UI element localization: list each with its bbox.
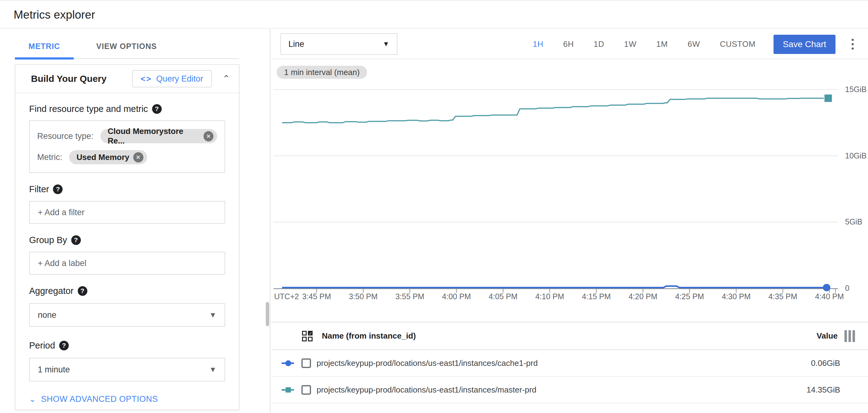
x-axis-label: 4:40 PM bbox=[815, 292, 844, 301]
x-axis-label: 4:35 PM bbox=[768, 292, 797, 301]
x-axis-label: 3:50 PM bbox=[349, 292, 378, 301]
timezone-label: UTC+2 bbox=[274, 292, 299, 301]
x-axis-label: 4:10 PM bbox=[535, 292, 564, 301]
chart-type-select[interactable]: Line ▼ bbox=[280, 33, 398, 55]
query-editor-button[interactable]: <> Query Editor bbox=[132, 70, 212, 87]
panel-scrollbar-thumb[interactable] bbox=[266, 302, 269, 326]
page-title: Metrics explorer bbox=[13, 8, 95, 21]
series-name: projects/keypup-prod/locations/us-east1/… bbox=[317, 358, 811, 368]
interval-badge: 1 min interval (mean) bbox=[277, 66, 367, 79]
chevron-down-icon: ▼ bbox=[209, 365, 217, 374]
metrics-explorer-page: Metrics explorer METRIC VIEW OPTIONS Bui… bbox=[0, 0, 868, 413]
chart-region: 1 min interval (mean) 15GiB 10GiB 5GiB 0… bbox=[271, 60, 868, 322]
series-value: 0.06GiB bbox=[811, 358, 840, 368]
card-title: Build Your Query bbox=[31, 73, 132, 84]
column-display-icon[interactable] bbox=[844, 330, 855, 342]
tab-metric[interactable]: METRIC bbox=[15, 29, 74, 58]
resource-metric-box: Resource type: Cloud Memorystore Re... ✕… bbox=[29, 120, 225, 173]
x-axis-label: 4:20 PM bbox=[628, 292, 657, 301]
chart-panel: Line ▼ 1H 6H 1D 1W 1M 6W CUSTOM Save Cha… bbox=[271, 29, 868, 413]
filter-heading: Filter ? bbox=[29, 183, 225, 195]
resource-type-label: Resource type: bbox=[37, 131, 94, 141]
period-select[interactable]: 1 minute ▼ bbox=[29, 358, 225, 381]
chevron-down-icon: ⌄ bbox=[29, 394, 36, 404]
aggregator-heading: Aggregator ? bbox=[29, 285, 225, 297]
series-line bbox=[282, 286, 824, 288]
query-editor-label: Query Editor bbox=[156, 74, 203, 84]
help-icon[interactable]: ? bbox=[152, 104, 162, 114]
y-axis-label: 5GiB bbox=[845, 217, 862, 226]
series-end-marker-square bbox=[824, 94, 832, 102]
filter-field bbox=[29, 201, 225, 224]
x-axis-label: 3:55 PM bbox=[395, 292, 424, 301]
range-button-1d[interactable]: 1D bbox=[593, 39, 604, 49]
y-axis-label: 15GiB bbox=[845, 85, 866, 94]
x-axis-label: 4:25 PM bbox=[675, 292, 704, 301]
x-axis-label: 4:05 PM bbox=[489, 292, 517, 301]
page-header: Metrics explorer bbox=[0, 1, 868, 29]
metric-chip[interactable]: Used Memory ✕ bbox=[69, 150, 147, 164]
build-query-card: Build Your Query <> Query Editor ⌃ Find … bbox=[15, 64, 240, 410]
value-column-header: Value bbox=[816, 331, 838, 341]
add-label-input[interactable] bbox=[38, 259, 217, 268]
series-line bbox=[282, 98, 824, 123]
range-button-6h[interactable]: 6H bbox=[563, 39, 574, 49]
name-column-header: Name (from instance_id) bbox=[322, 331, 816, 341]
series-value: 14.35GiB bbox=[807, 385, 840, 395]
range-button-1h[interactable]: 1H bbox=[533, 39, 544, 49]
resource-type-chip[interactable]: Cloud Memorystore Re... ✕ bbox=[100, 129, 217, 143]
group-by-field bbox=[29, 252, 225, 275]
x-axis-label: 4:30 PM bbox=[722, 292, 751, 301]
chevron-up-icon[interactable]: ⌃ bbox=[222, 74, 230, 83]
help-icon[interactable]: ? bbox=[78, 286, 87, 296]
x-axis-label: 4:15 PM bbox=[582, 292, 611, 301]
x-axis-label: 4:00 PM bbox=[442, 292, 471, 301]
row-checkbox[interactable] bbox=[302, 385, 311, 395]
range-button-1w[interactable]: 1W bbox=[624, 39, 637, 49]
range-button-1m[interactable]: 1M bbox=[656, 39, 668, 49]
query-panel: METRIC VIEW OPTIONS Build Your Query <> … bbox=[0, 29, 271, 413]
add-filter-input[interactable] bbox=[38, 208, 217, 217]
chevron-down-icon: ▼ bbox=[209, 311, 217, 319]
y-axis-label: 0 bbox=[845, 284, 849, 293]
tab-view-options[interactable]: VIEW OPTIONS bbox=[89, 29, 163, 58]
series-table-header: ✓ Name (from instance_id) Value bbox=[271, 322, 868, 350]
resource-type-row: Resource type: Cloud Memorystore Re... ✕ bbox=[37, 129, 217, 143]
time-range-buttons: 1H 6H 1D 1W 1M 6W CUSTOM Save Chart bbox=[513, 29, 856, 59]
range-button-6w[interactable]: 6W bbox=[688, 39, 700, 49]
x-axis-label: 3:45 PM bbox=[302, 292, 331, 301]
help-icon[interactable]: ? bbox=[59, 341, 69, 350]
help-icon[interactable]: ? bbox=[53, 184, 63, 194]
metric-label: Metric: bbox=[37, 152, 62, 162]
chevron-down-icon: ▼ bbox=[382, 40, 390, 48]
tab-active-indicator bbox=[15, 57, 74, 60]
table-row[interactable]: projects/keypup-prod/locations/us-east1/… bbox=[271, 377, 868, 403]
range-button-custom[interactable]: CUSTOM bbox=[720, 39, 755, 49]
toggle-all-series-icon[interactable]: ✓ bbox=[302, 331, 313, 342]
close-icon[interactable]: ✕ bbox=[133, 152, 144, 163]
close-icon[interactable]: ✕ bbox=[204, 131, 213, 141]
series-marker-line-square-icon bbox=[282, 384, 294, 396]
help-icon[interactable]: ? bbox=[71, 235, 81, 245]
find-metric-heading: Find resource type and metric ? bbox=[29, 102, 225, 115]
group-by-heading: Group By ? bbox=[29, 234, 225, 246]
build-query-card-header: Build Your Query <> Query Editor ⌃ bbox=[16, 65, 239, 93]
build-query-card-body: Find resource type and metric ? Resource… bbox=[16, 102, 239, 404]
query-panel-tabs: METRIC VIEW OPTIONS bbox=[0, 29, 270, 59]
more-options-icon[interactable] bbox=[850, 37, 856, 52]
save-chart-button[interactable]: Save Chart bbox=[774, 35, 835, 54]
line-chart-plot[interactable] bbox=[274, 89, 843, 296]
series-name: projects/keypup-prod/locations/us-east1/… bbox=[317, 385, 807, 395]
show-advanced-options-link[interactable]: ⌄ SHOW ADVANCED OPTIONS bbox=[29, 394, 225, 404]
period-heading: Period ? bbox=[29, 339, 225, 352]
chart-toolbar: Line ▼ 1H 6H 1D 1W 1M 6W CUSTOM Save Cha… bbox=[271, 29, 868, 59]
row-checkbox[interactable] bbox=[302, 358, 311, 368]
aggregator-select[interactable]: none ▼ bbox=[29, 303, 225, 327]
code-icon: <> bbox=[141, 74, 152, 84]
y-axis-label: 10GiB bbox=[845, 151, 866, 160]
table-row[interactable]: projects/keypup-prod/locations/us-east1/… bbox=[271, 350, 868, 377]
series-table: ✓ Name (from instance_id) Value projects… bbox=[271, 322, 868, 403]
metric-row: Metric: Used Memory ✕ bbox=[37, 150, 217, 164]
series-end-marker-circle bbox=[823, 284, 830, 291]
series-marker-line-dot-icon bbox=[282, 357, 294, 369]
